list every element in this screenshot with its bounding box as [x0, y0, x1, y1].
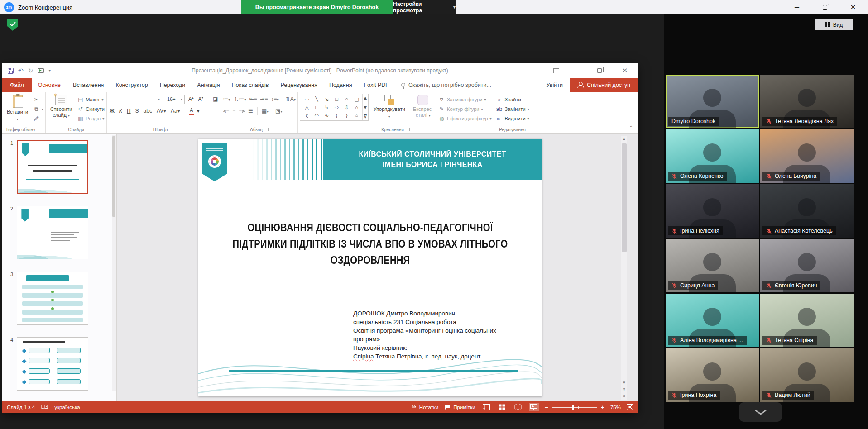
notes-toggle[interactable]: Нотатки	[411, 405, 438, 410]
ribbon-tab-Анімація[interactable]: Анімація	[191, 78, 225, 92]
ribbon-tab-Файл[interactable]: Файл	[2, 78, 32, 92]
participant-tile[interactable]: Аліна Володимирівна ...	[666, 294, 759, 347]
shape-glyph[interactable]: ϛ	[302, 111, 312, 119]
cut-button[interactable]: ✂	[33, 95, 43, 104]
clear-formatting-button[interactable]: ◪	[212, 96, 219, 102]
window-close-button[interactable]: ✕	[843, 0, 863, 14]
previous-slide-button[interactable]: ⇞	[621, 386, 627, 393]
shadow-button[interactable]: S	[134, 108, 140, 114]
bullets-button[interactable]: ≔▾	[223, 96, 230, 102]
ppt-minimize-button[interactable]: ─	[569, 63, 587, 78]
align-right-button[interactable]: ≡⫸	[239, 108, 245, 114]
slide-thumbnail[interactable]	[17, 206, 88, 259]
bold-button[interactable]: Ж	[109, 108, 115, 114]
shape-glyph[interactable]: ⌂	[352, 103, 362, 111]
zoom-out-button[interactable]: −	[545, 404, 548, 411]
zoom-slider-thumb[interactable]	[572, 405, 574, 410]
window-minimize-button[interactable]: ─	[787, 0, 807, 14]
normal-view-button[interactable]	[481, 403, 491, 411]
reset-button[interactable]: ↺Скинути	[77, 105, 105, 113]
copy-button[interactable]: ⧉▾	[33, 105, 43, 113]
change-case-button[interactable]: Aa▾	[170, 108, 181, 114]
layout-button[interactable]: ▤Макет▾	[77, 95, 105, 104]
participant-tile[interactable]: Ірина Нохріна	[666, 348, 759, 402]
line-spacing-button[interactable]: ↕≡▾	[271, 96, 279, 102]
more-participants-button[interactable]	[739, 402, 782, 422]
font-size-combo[interactable]: 16+▾	[165, 95, 185, 104]
participant-tile[interactable]: Тетяна Леонідівна Лях	[760, 75, 854, 128]
participant-tile[interactable]: Dmytro Doroshok	[666, 75, 759, 128]
participant-tile[interactable]: Анастасія Котелевець	[760, 184, 854, 238]
participant-tile[interactable]: Олена Карпенко	[666, 129, 759, 183]
numbering-button[interactable]: ⒈≔▾	[233, 95, 246, 103]
shapes-gallery-scroll[interactable]: ▲▼⊽	[362, 94, 368, 120]
quick-styles-button[interactable]: Експрес-стилі ▾	[410, 94, 436, 120]
ribbon-display-options-button[interactable]	[547, 63, 565, 78]
participant-tile[interactable]: Олена Бачуріна	[760, 129, 854, 183]
start-slideshow-icon[interactable]	[38, 68, 44, 73]
select-button[interactable]: ▻Виділити▾	[496, 114, 529, 123]
undo-icon[interactable]: ↶	[18, 67, 24, 74]
shape-glyph[interactable]: ☆	[352, 111, 362, 119]
font-name-combo[interactable]: ▾	[109, 95, 162, 104]
character-spacing-button[interactable]: AV▾	[156, 108, 167, 114]
grow-font-button[interactable]: A▴	[187, 96, 195, 102]
ppt-close-button[interactable]: ✕	[616, 63, 634, 78]
shape-fill-button[interactable]: 🜄Заливка фігури▾	[438, 95, 492, 104]
slide-sorter-view-button[interactable]	[497, 403, 507, 411]
view-button[interactable]: Вид	[815, 19, 853, 30]
shape-effects-button[interactable]: ◍Ефекти для фігур▾	[438, 114, 492, 123]
shape-glyph[interactable]: }	[342, 111, 352, 119]
ribbon-tab-Переходи[interactable]: Переходи	[154, 78, 192, 92]
ribbon-tab-Показ слайдів[interactable]: Показ слайдів	[226, 78, 275, 92]
align-left-button[interactable]: ⫷≡	[223, 108, 229, 114]
shape-glyph[interactable]: ⇩	[342, 103, 352, 111]
ribbon-tab-Вставлення[interactable]: Вставлення	[67, 78, 110, 92]
next-slide-button[interactable]: ⇟	[621, 393, 627, 400]
tell-me-box[interactable]: Скажіть, що потрібно зробити...	[401, 78, 491, 92]
paste-button[interactable]: Вставити ▾	[4, 94, 31, 124]
shape-outline-button[interactable]: ✎Контур фігури▾	[438, 105, 492, 113]
columns-button[interactable]: ▦▾	[262, 108, 269, 114]
participant-tile[interactable]: Тетяна Спіріна	[760, 294, 854, 347]
align-center-button[interactable]: ≡	[232, 108, 235, 114]
replace-button[interactable]: abЗамінити▾	[496, 105, 529, 113]
dialog-launcher-icon[interactable]	[406, 128, 410, 131]
shapes-gallery[interactable]: ▭╲↘□○▢△∟↳⇨⇩⌂ϛ◠∿{}☆▲▼⊽	[300, 94, 369, 121]
shape-glyph[interactable]: ∿	[322, 111, 332, 119]
save-icon[interactable]	[8, 68, 14, 74]
zoom-slider[interactable]	[552, 407, 597, 408]
thumbnail-scrollbar[interactable]	[112, 135, 116, 391]
reading-view-button[interactable]	[513, 403, 523, 411]
comments-toggle[interactable]: Примітки	[444, 405, 475, 410]
zoom-in-button[interactable]: +	[601, 404, 604, 411]
italic-button[interactable]: К	[118, 108, 123, 114]
dialog-launcher-icon[interactable]	[171, 128, 174, 131]
strikethrough-button[interactable]: abc	[143, 108, 153, 114]
text-direction-button[interactable]: ⇅A▾	[286, 96, 296, 102]
fit-slide-button[interactable]	[627, 404, 633, 410]
slideshow-view-button[interactable]	[529, 403, 539, 411]
scroll-down-icon[interactable]: ▼	[621, 379, 627, 386]
increase-indent-button[interactable]: ⇥≡	[260, 96, 268, 102]
slide-thumbnail[interactable]	[17, 272, 88, 325]
encryption-shield-icon[interactable]	[7, 19, 18, 31]
ribbon-tab-Подання[interactable]: Подання	[323, 78, 358, 92]
font-color-button[interactable]: A	[189, 107, 194, 115]
shape-glyph[interactable]: {	[332, 111, 342, 119]
participant-tile[interactable]: Сириця Анна	[666, 239, 759, 292]
participant-tile[interactable]: Євгенія Юревич	[760, 239, 854, 292]
slide-thumbnail[interactable]	[17, 337, 88, 391]
ribbon-tab-Рецензування[interactable]: Рецензування	[274, 78, 323, 92]
justify-button[interactable]: ☰	[248, 108, 253, 114]
sign-in-button[interactable]: Увійти	[539, 78, 570, 92]
scroll-up-icon[interactable]: ▲	[621, 136, 627, 143]
window-restore-button[interactable]	[815, 0, 835, 14]
underline-button[interactable]: П	[126, 108, 132, 114]
redo-icon[interactable]: ↻	[28, 67, 34, 74]
shape-glyph[interactable]: ↘	[322, 95, 332, 103]
zoom-level[interactable]: 75%	[610, 405, 621, 410]
find-button[interactable]: ⌕Знайти	[496, 95, 529, 104]
dialog-launcher-icon[interactable]	[38, 128, 41, 131]
slide-thumbnail[interactable]	[17, 140, 88, 194]
